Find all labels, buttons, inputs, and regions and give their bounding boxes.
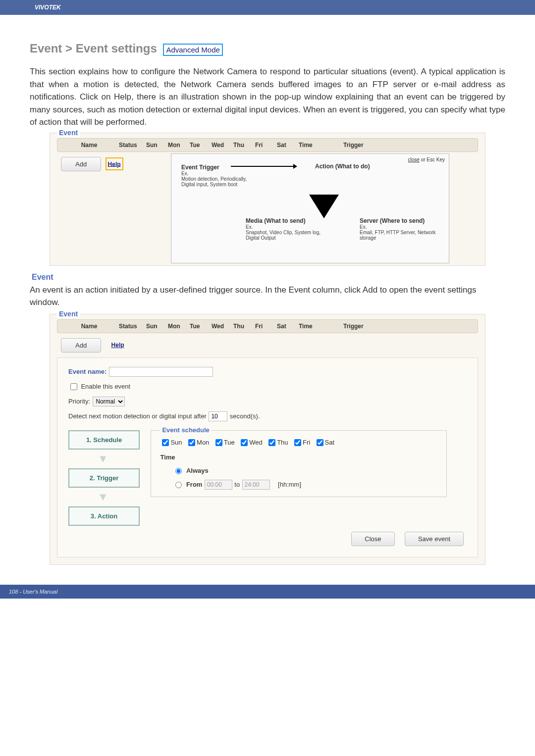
- close-button[interactable]: Close: [351, 532, 394, 546]
- tab-spacer: [0, 15, 535, 27]
- col2-name: Name: [59, 323, 119, 330]
- arrow-down-2-icon: ▼: [68, 491, 138, 504]
- close-word: close: [408, 157, 420, 162]
- detect-label-pre: Detect next motion detection or digital …: [68, 412, 207, 420]
- col-name: Name: [59, 142, 119, 149]
- day-sat-label: Sat: [325, 439, 335, 446]
- col-fri: Fri: [255, 142, 277, 149]
- media-title: Media (What to send): [246, 217, 330, 224]
- day-mon-checkbox[interactable]: [188, 439, 195, 446]
- detect-input[interactable]: [209, 411, 227, 421]
- arrow-trigger-action: [231, 166, 295, 167]
- event-fieldset-2: Event Name Status Sun Mon Tue Wed Thu Fr…: [50, 314, 485, 565]
- event-table-header-1: Name Status Sun Mon Tue Wed Thu Fri Sat …: [57, 138, 478, 152]
- col2-fri: Fri: [255, 323, 277, 330]
- mode-badge: Advanced Mode: [163, 44, 222, 56]
- priority-select[interactable]: Normal: [93, 397, 125, 406]
- day-tue-checkbox[interactable]: [215, 439, 222, 446]
- day-thu-checkbox[interactable]: [268, 439, 275, 446]
- day-wed-label: Wed: [249, 439, 263, 446]
- day-tue-label: Tue: [224, 439, 235, 446]
- intro-paragraph: This section explains how to configure t…: [30, 65, 505, 129]
- step-action[interactable]: 3. Action: [68, 506, 140, 526]
- event-description: An event is an action initiated by a use…: [30, 284, 505, 309]
- col2-time: Time: [299, 323, 343, 330]
- day-fri-label: Fri: [303, 439, 310, 446]
- add-button-1[interactable]: Add: [61, 157, 101, 171]
- server-title: Server (Where to send): [360, 217, 444, 224]
- col-mon: Mon: [168, 142, 190, 149]
- step-schedule[interactable]: 1. Schedule: [68, 430, 140, 450]
- col-tue: Tue: [190, 142, 212, 149]
- enable-event-checkbox[interactable]: [70, 383, 77, 390]
- help-close[interactable]: close or Esc Key: [408, 157, 445, 162]
- day-sat-checkbox[interactable]: [317, 439, 323, 446]
- priority-label: Priority:: [68, 398, 90, 405]
- col-thu: Thu: [233, 142, 255, 149]
- from-radio[interactable]: [175, 482, 182, 488]
- help-link-2[interactable]: Help: [111, 342, 124, 349]
- page-content: Event > Event settings Advanced Mode Thi…: [0, 27, 535, 585]
- event-table-header-2: Name Status Sun Mon Tue Wed Thu Fri Sat …: [57, 319, 478, 333]
- day-wed-checkbox[interactable]: [241, 439, 248, 446]
- step-trigger[interactable]: 2. Trigger: [68, 468, 140, 488]
- from-time-input[interactable]: [205, 480, 232, 490]
- step-schedule-row: 1. Schedule ▼ 2. Trigger ▼ 3. Action Eve…: [68, 430, 467, 526]
- close-suffix: or Esc Key: [420, 157, 445, 162]
- day-sun-label: Sun: [170, 439, 182, 446]
- event-name-label: Event name:: [68, 368, 107, 375]
- detect-label-post: second(s).: [230, 412, 260, 420]
- col2-sat: Sat: [277, 323, 299, 330]
- to-time-input[interactable]: [242, 480, 270, 490]
- arrow-down-1-icon: ▼: [68, 453, 138, 465]
- media-ex: Ex.: [246, 224, 330, 230]
- from-label: From: [186, 481, 203, 488]
- col2-trigger: Trigger: [343, 323, 398, 330]
- col-status: Status: [119, 142, 146, 149]
- brand-text: VIVOTEK: [35, 4, 61, 11]
- event-legend-2: Event: [57, 310, 80, 318]
- enable-event-label: Enable this event: [81, 383, 130, 390]
- help-link[interactable]: Help: [108, 160, 121, 167]
- time-label: Time: [160, 454, 437, 461]
- hhmm-label: [hh:mm]: [278, 481, 301, 488]
- event-legend-1: Event: [57, 129, 80, 137]
- col2-tue: Tue: [190, 323, 212, 330]
- event-config-wrapper: Event Name Status Sun Mon Tue Wed Thu Fr…: [50, 314, 485, 565]
- button-row: Close Save event: [68, 526, 467, 548]
- col2-wed: Wed: [212, 323, 233, 330]
- day-thu-label: Thu: [277, 439, 288, 446]
- col2-status: Status: [119, 323, 146, 330]
- page-footer: 108 - User's Manual: [0, 585, 535, 599]
- col2-mon: Mon: [168, 323, 190, 330]
- col-sat: Sat: [277, 142, 299, 149]
- action-triangle: [309, 195, 339, 218]
- col2-thu: Thu: [233, 323, 255, 330]
- col2-sun: Sun: [146, 323, 168, 330]
- to-label: to: [234, 481, 240, 488]
- schedule-fieldset: Event schedule Sun Mon Tue Wed Thu Fri S…: [151, 430, 447, 497]
- event-fieldset-1: Event Name Status Sun Mon Tue Wed Thu Fr…: [50, 133, 485, 266]
- brand-bar: VIVOTEK: [0, 0, 535, 15]
- always-label: Always: [186, 467, 209, 474]
- help-popup: close or Esc Key Event Trigger Ex. Motio…: [171, 153, 449, 263]
- day-mon-label: Mon: [197, 439, 209, 446]
- col-wed: Wed: [212, 142, 233, 149]
- action-title: Action (What to do): [315, 163, 370, 170]
- add-button-2[interactable]: Add: [61, 338, 101, 353]
- save-event-button[interactable]: Save event: [405, 532, 464, 546]
- event-name-input[interactable]: [109, 367, 213, 377]
- event-trigger-text: Motion detection, Periodically, Digital …: [181, 176, 251, 187]
- always-radio[interactable]: [175, 468, 182, 474]
- server-text: Email, FTP, HTTP Server, Network storage: [360, 230, 444, 241]
- schedule-legend: Event schedule: [160, 426, 211, 434]
- col-time: Time: [299, 142, 343, 149]
- col-sun: Sun: [146, 142, 168, 149]
- event-section-label: Event: [32, 273, 54, 282]
- event-trigger-title: Event Trigger: [181, 164, 251, 171]
- event-trigger-ex: Ex.: [181, 171, 251, 176]
- day-fri-checkbox[interactable]: [294, 439, 301, 446]
- page-title: Event > Event settings Advanced Mode: [30, 42, 505, 55]
- day-sun-checkbox[interactable]: [162, 439, 169, 446]
- server-ex: Ex.: [360, 224, 444, 230]
